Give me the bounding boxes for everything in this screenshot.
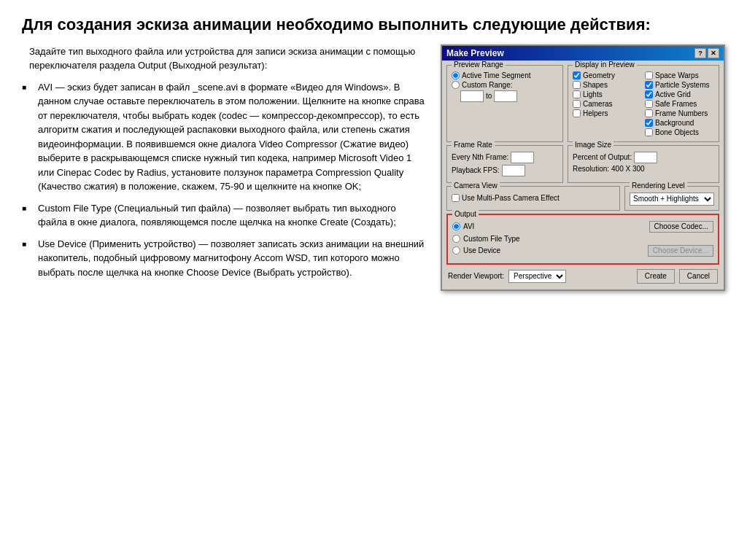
bullet-text-1: AVI — эскиз будет записан в файл _scene.… bbox=[38, 80, 426, 194]
output-group: Output AVI Choose Codec... Custom File T… bbox=[446, 214, 719, 265]
frame-numbers-row: Frame Numbers bbox=[645, 109, 714, 117]
display-in-preview-label: Display in Preview bbox=[573, 61, 637, 69]
fps-row: Playback FPS: 30 bbox=[452, 165, 558, 176]
nth-frame-label: Every Nth Frame: bbox=[452, 153, 508, 161]
percent-output-input[interactable]: 50 bbox=[634, 152, 657, 163]
lights-label: Lights bbox=[583, 90, 603, 98]
rendering-level-group: Rendering Level Smooth + Highlights Smoo… bbox=[624, 186, 719, 211]
geometry-checkbox[interactable] bbox=[573, 71, 581, 79]
avi-radio[interactable] bbox=[452, 222, 460, 230]
close-button[interactable]: ✕ bbox=[708, 48, 719, 58]
dialog-title-text: Make Preview bbox=[446, 48, 504, 58]
safe-frames-row: Safe Frames bbox=[645, 100, 714, 108]
multi-pass-row: Use Multi-Pass Camera Effect bbox=[452, 194, 615, 202]
frame-rate-content: Every Nth Frame: 1 Playback FPS: 30 bbox=[452, 149, 558, 176]
active-grid-row: Active Grid bbox=[645, 90, 714, 98]
particle-systems-checkbox[interactable] bbox=[645, 81, 653, 89]
background-row: Background bbox=[645, 119, 714, 127]
bone-objects-row: Bone Objects bbox=[645, 128, 714, 136]
shapes-label: Shapes bbox=[583, 81, 608, 89]
content-wrapper: Задайте тип выходного файла или устройст… bbox=[22, 44, 725, 291]
use-device-label: Use Device bbox=[463, 246, 500, 254]
camera-view-label: Camera View bbox=[452, 182, 500, 190]
preview-range-group: Preview Range Active Time Segment Custom… bbox=[446, 65, 563, 142]
safe-frames-label: Safe Frames bbox=[655, 100, 697, 108]
choose-device-button[interactable]: Choose Device... bbox=[648, 245, 713, 257]
active-time-segment-text: Active Time Segment bbox=[462, 71, 530, 79]
use-device-radio[interactable] bbox=[452, 246, 460, 254]
preview-range-content: Active Time Segment Custom Range: 0 to 1… bbox=[452, 69, 558, 102]
frame-rate-group: Frame Rate Every Nth Frame: 1 Playback F… bbox=[446, 145, 563, 183]
space-warps-label: Space Warps bbox=[655, 71, 699, 79]
display-in-preview-group: Display in Preview Geometry Space Warps bbox=[568, 65, 719, 142]
range-from-input[interactable]: 0 bbox=[460, 90, 484, 102]
bone-objects-checkbox[interactable] bbox=[645, 128, 653, 136]
list-item: Custom File Type (Специальный тип файла)… bbox=[22, 201, 426, 230]
helpers-row: Helpers bbox=[573, 109, 642, 117]
active-time-segment-radio[interactable] bbox=[452, 71, 460, 79]
fps-label: Playback FPS: bbox=[452, 166, 500, 174]
multi-pass-checkbox[interactable] bbox=[452, 194, 460, 202]
choose-codec-button[interactable]: Choose Codec... bbox=[649, 221, 714, 233]
custom-file-radio[interactable] bbox=[452, 235, 460, 243]
cameras-label: Cameras bbox=[583, 100, 613, 108]
percent-output-label: Percent of Output: bbox=[573, 153, 632, 161]
background-label: Background bbox=[655, 119, 694, 127]
safe-frames-checkbox[interactable] bbox=[645, 100, 653, 108]
geometry-row: Geometry bbox=[573, 71, 642, 79]
custom-range-radio[interactable] bbox=[452, 81, 460, 89]
space-warps-checkbox[interactable] bbox=[645, 71, 653, 79]
fps-input[interactable]: 30 bbox=[502, 165, 525, 176]
shapes-checkbox[interactable] bbox=[573, 81, 581, 89]
range-input-row: 0 to 100 bbox=[452, 90, 558, 102]
custom-range-row: Custom Range: bbox=[452, 81, 558, 89]
active-time-segment-row: Active Time Segment bbox=[452, 71, 558, 79]
dialog-title-bar: Make Preview ? ✕ bbox=[442, 46, 724, 61]
custom-file-row: Custom File Type bbox=[452, 235, 713, 243]
text-column: Задайте тип выходного файла или устройст… bbox=[22, 44, 426, 287]
bullet-list: AVI — эскиз будет записан в файл _scene.… bbox=[22, 80, 426, 280]
helpers-checkbox[interactable] bbox=[573, 109, 581, 117]
active-grid-label: Active Grid bbox=[655, 90, 691, 98]
resolution-value: 400 X 300 bbox=[611, 165, 645, 173]
help-button[interactable]: ? bbox=[694, 48, 706, 58]
background-checkbox[interactable] bbox=[645, 119, 653, 127]
use-device-row: Use Device Choose Device... bbox=[452, 245, 713, 257]
resolution-row: Resolution: 400 X 300 bbox=[573, 165, 714, 173]
frame-numbers-label: Frame Numbers bbox=[655, 109, 708, 117]
rendering-level-label: Rendering Level bbox=[630, 182, 687, 190]
nth-frame-input[interactable]: 1 bbox=[511, 152, 534, 163]
bottom-row: Render Viewport: Perspective Top Front L… bbox=[446, 268, 719, 285]
helpers-label: Helpers bbox=[583, 109, 608, 117]
rendering-level-select[interactable]: Smooth + Highlights Smooth Facets + High… bbox=[630, 192, 714, 206]
resolution-label: Resolution: bbox=[573, 165, 609, 173]
top-row: Preview Range Active Time Segment Custom… bbox=[446, 65, 719, 142]
image-size-label: Image Size bbox=[573, 141, 614, 149]
lights-checkbox[interactable] bbox=[573, 90, 581, 98]
frame-numbers-checkbox[interactable] bbox=[645, 109, 653, 117]
frame-rate-label: Frame Rate bbox=[452, 141, 495, 149]
image-size-group: Image Size Percent of Output: 50 Resolut… bbox=[568, 145, 719, 183]
particle-systems-row: Particle Systems bbox=[645, 81, 714, 89]
display-in-preview-content: Geometry Space Warps Shapes Particl bbox=[573, 69, 714, 137]
bullet-text-2: Custom File Type (Специальный тип файла)… bbox=[38, 201, 426, 230]
custom-file-label: Custom File Type bbox=[463, 235, 520, 243]
list-item: AVI — эскиз будет записан в файл _scene.… bbox=[22, 80, 426, 194]
image-size-content: Percent of Output: 50 Resolution: 400 X … bbox=[573, 149, 714, 173]
active-grid-checkbox[interactable] bbox=[645, 90, 653, 98]
to-label: to bbox=[486, 92, 492, 100]
custom-range-text: Custom Range: bbox=[462, 81, 512, 89]
render-viewport-select[interactable]: Perspective Top Front Left Camera bbox=[508, 270, 566, 283]
avi-row: AVI Choose Codec... bbox=[452, 218, 713, 233]
cancel-button[interactable]: Cancel bbox=[679, 269, 718, 284]
bullet-text-3: Use Device (Применить устройство) — позв… bbox=[38, 237, 426, 280]
middle-row: Frame Rate Every Nth Frame: 1 Playback F… bbox=[446, 145, 719, 183]
range-to-input[interactable]: 100 bbox=[494, 90, 517, 102]
dialog-title-buttons: ? ✕ bbox=[694, 48, 719, 58]
cameras-checkbox[interactable] bbox=[573, 100, 581, 108]
multi-pass-label: Use Multi-Pass Camera Effect bbox=[462, 194, 560, 202]
intro-text: Задайте тип выходного файла или устройст… bbox=[22, 44, 426, 73]
create-button[interactable]: Create bbox=[637, 269, 675, 284]
nth-frame-row: Every Nth Frame: 1 bbox=[452, 152, 558, 163]
bone-objects-label: Bone Objects bbox=[655, 128, 699, 136]
